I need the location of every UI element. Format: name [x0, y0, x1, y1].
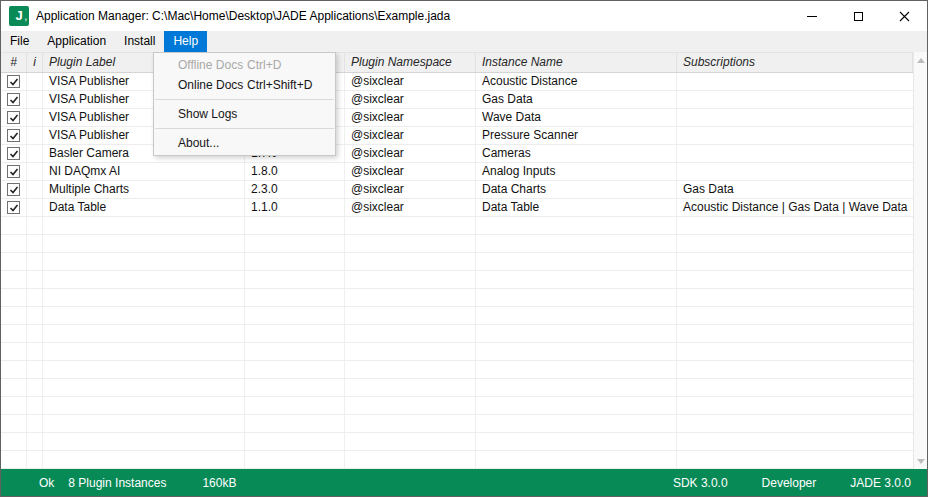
cell-namespace: @sixclear [345, 127, 476, 144]
table-row[interactable]: NI DAQmx AI 1.8.0 @sixclear Analog Input… [1, 163, 913, 181]
cell-subscriptions [677, 91, 913, 108]
window-controls [789, 1, 927, 31]
menu-separator [155, 128, 334, 129]
menu-install[interactable]: Install [115, 31, 164, 52]
empty-row [1, 325, 913, 343]
status-jade-version: JADE 3.0.0 [850, 476, 911, 490]
check-icon [9, 95, 19, 105]
cell-plugin-label: Multiple Charts [43, 181, 245, 198]
status-plugin-instances: 8 Plugin Instances [68, 476, 166, 490]
check-icon [9, 77, 19, 87]
cell-subscriptions [677, 127, 913, 144]
status-right-group: SDK 3.0.0 Developer JADE 3.0.0 [639, 476, 911, 490]
check-icon [9, 203, 19, 213]
menu-item-about[interactable]: About... [154, 133, 335, 153]
empty-row [1, 397, 913, 415]
check-icon [9, 185, 19, 195]
status-mode: Developer [762, 476, 817, 490]
table-row[interactable]: VISA Publisher @sixclear Gas Data [1, 91, 913, 109]
menu-file[interactable]: File [1, 31, 38, 52]
check-icon [9, 113, 19, 123]
maximize-button[interactable] [835, 1, 881, 31]
cell-subscriptions: Gas Data [677, 181, 913, 198]
cell-instance-name: Cameras [476, 145, 677, 162]
table-row[interactable]: Data Table 1.1.0 @sixclear Data Table Ac… [1, 199, 913, 217]
cell-instance-name: Gas Data [476, 91, 677, 108]
minimize-button[interactable] [789, 1, 835, 31]
cell-version: 2.3.0 [245, 181, 345, 198]
cell-subscriptions [677, 73, 913, 90]
empty-row [1, 451, 913, 469]
row-checkbox-checked[interactable] [7, 201, 20, 214]
cell-instance-name: Acoustic Distance [476, 73, 677, 90]
cell-namespace: @sixclear [345, 199, 476, 216]
table-row[interactable]: Basler Camera 1.7.0 @sixclear Cameras [1, 145, 913, 163]
row-checkbox-checked[interactable] [7, 129, 20, 142]
chevron-down-icon [917, 459, 925, 464]
cell-namespace: @sixclear [345, 181, 476, 198]
cell-namespace: @sixclear [345, 145, 476, 162]
cell-info [27, 109, 43, 126]
check-icon [9, 131, 19, 141]
cell-plugin-label: Data Table [43, 199, 245, 216]
menu-separator [155, 99, 334, 100]
table-body: VISA Publisher @sixclear Acoustic Distan… [1, 73, 913, 469]
cell-info [27, 145, 43, 162]
check-icon [9, 149, 19, 159]
cell-version: 1.1.0 [245, 199, 345, 216]
header-plugin-namespace: Plugin Namespace [345, 53, 476, 72]
app-logo-sub-mark: , [24, 7, 27, 27]
help-dropdown-menu: Offline Docs Ctrl+D Online Docs Ctrl+Shi… [153, 52, 336, 156]
row-checkbox-checked[interactable] [7, 75, 20, 88]
header-info: i [27, 53, 43, 72]
menu-item-online-docs[interactable]: Online Docs Ctrl+Shift+D [154, 75, 335, 95]
app-window: J, Application Manager: C:\Mac\Home\Desk… [0, 0, 928, 497]
menu-item-show-logs[interactable]: Show Logs [154, 104, 335, 124]
table-row[interactable]: VISA Publisher @sixclear Acoustic Distan… [1, 73, 913, 91]
empty-row [1, 343, 913, 361]
check-icon [9, 167, 19, 177]
table-row[interactable]: VISA Publisher @sixclear Pressure Scanne… [1, 127, 913, 145]
header-subscriptions: Subscriptions [677, 53, 913, 72]
row-checkbox-checked[interactable] [7, 183, 20, 196]
cell-instance-name: Data Table [476, 199, 677, 216]
row-checkbox-checked[interactable] [7, 147, 20, 160]
header-num: # [1, 53, 27, 72]
row-checkbox-checked[interactable] [7, 165, 20, 178]
empty-row [1, 415, 913, 433]
chevron-up-icon [917, 58, 925, 63]
cell-info [27, 91, 43, 108]
status-size: 160kB [202, 476, 236, 490]
cell-info [27, 127, 43, 144]
cell-namespace: @sixclear [345, 91, 476, 108]
row-checkbox-checked[interactable] [7, 93, 20, 106]
cell-namespace: @sixclear [345, 73, 476, 90]
empty-row [1, 433, 913, 451]
close-icon [899, 11, 910, 22]
table-row[interactable]: VISA Publisher @sixclear Wave Data [1, 109, 913, 127]
menu-application[interactable]: Application [38, 31, 115, 52]
close-button[interactable] [881, 1, 927, 31]
cell-namespace: @sixclear [345, 109, 476, 126]
cell-subscriptions [677, 145, 913, 162]
status-ok: Ok [39, 476, 54, 490]
menu-help[interactable]: Help [164, 31, 207, 52]
cell-instance-name: Wave Data [476, 109, 677, 126]
vertical-scrollbar[interactable] [913, 52, 927, 469]
scroll-down-button[interactable] [914, 453, 927, 469]
status-left-group: Ok 8 Plugin Instances 160kB [39, 476, 639, 490]
row-checkbox-checked[interactable] [7, 111, 20, 124]
table-row[interactable]: Multiple Charts 2.3.0 @sixclear Data Cha… [1, 181, 913, 199]
title-bar: J, Application Manager: C:\Mac\Home\Desk… [1, 1, 927, 31]
cell-namespace: @sixclear [345, 163, 476, 180]
empty-row [1, 361, 913, 379]
cell-instance-name: Pressure Scanner [476, 127, 677, 144]
empty-row [1, 217, 913, 235]
empty-row [1, 379, 913, 397]
cell-info [27, 163, 43, 180]
cell-info [27, 73, 43, 90]
empty-row [1, 289, 913, 307]
cell-version: 1.8.0 [245, 163, 345, 180]
shortcut-offline-docs: Ctrl+D [247, 55, 281, 75]
scroll-up-button[interactable] [914, 52, 927, 68]
